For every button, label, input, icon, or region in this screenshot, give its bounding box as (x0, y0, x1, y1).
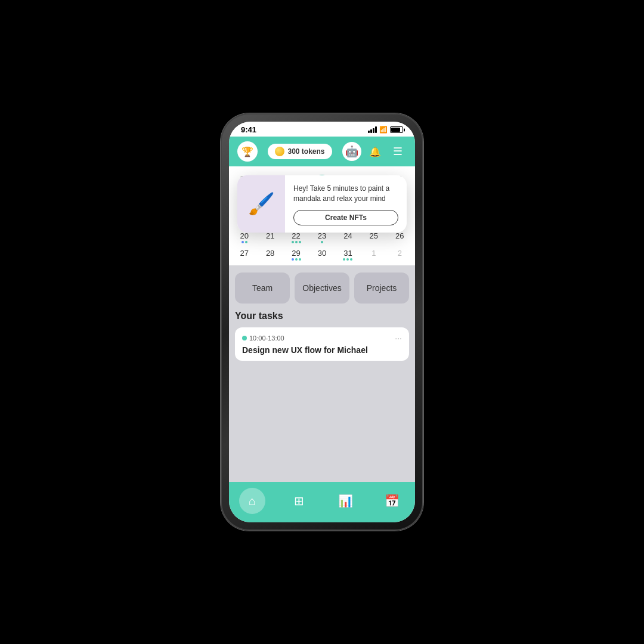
wifi-icon: 📶 (379, 126, 388, 134)
phone-screen: 9:41 📶 🏆 300 tokens (229, 122, 415, 522)
menu-button[interactable]: ☰ (389, 143, 407, 160)
task-time-row: 10:00-13:00 ··· (242, 333, 402, 343)
projects-button[interactable]: Projects (354, 273, 409, 304)
popup-art: 🖌️ (237, 175, 285, 233)
battery-icon (390, 126, 403, 133)
phone-device: 9:41 📶 🏆 300 tokens (221, 113, 423, 531)
cal-cell[interactable]: 28 (257, 246, 283, 263)
cal-cell[interactable]: 30 (309, 246, 335, 263)
logo-icon: 🏆 (242, 146, 253, 157)
task-name: Design new UX flow for Michael (242, 345, 402, 355)
cal-cell[interactable]: 31 (335, 246, 361, 263)
cal-cell[interactable]: 2 (387, 246, 413, 263)
nav-grid[interactable]: ⊞ (286, 488, 312, 514)
header-right: 🤖 🔔 ☰ (342, 142, 407, 161)
dot (245, 241, 247, 243)
task-card-1: 10:00-13:00 ··· Design new UX flow for M… (235, 327, 409, 361)
notification-bell[interactable]: 🔔 (366, 143, 384, 160)
dot (299, 241, 301, 243)
grid-icon: ⊞ (294, 494, 304, 508)
app-header: 🏆 300 tokens 🤖 🔔 ☰ (229, 137, 415, 166)
tasks-section: Your tasks 10:00-13:00 ··· Design new UX… (229, 311, 415, 367)
dot (321, 241, 323, 243)
coin-icon (275, 147, 284, 156)
dot (295, 241, 298, 243)
popup-art-icon: 🖌️ (248, 191, 275, 216)
app-logo[interactable]: 🏆 (237, 141, 258, 162)
cal-cell[interactable]: 1 (361, 246, 386, 263)
task-time: 10:00-13:00 (242, 335, 284, 342)
popup-message: Hey! Take 5 minutes to paint a mandala a… (293, 184, 398, 204)
nav-home[interactable]: ⌂ (239, 488, 265, 514)
dot (242, 241, 244, 243)
cal-cell[interactable]: 29 (283, 246, 309, 263)
chart-icon: 📊 (338, 494, 353, 508)
home-icon: ⌂ (249, 494, 256, 508)
task-time-label: 10:00-13:00 (249, 335, 284, 342)
dot (292, 241, 294, 243)
quick-actions: Team Objectives Projects (229, 265, 415, 311)
popup-content: Hey! Take 5 minutes to paint a mandala a… (285, 175, 407, 233)
tasks-title: Your tasks (235, 311, 409, 321)
token-badge[interactable]: 300 tokens (268, 144, 332, 159)
task-dot (242, 336, 247, 340)
status-time: 9:41 (241, 125, 256, 134)
dot (299, 258, 301, 261)
avatar-emoji: 🤖 (345, 145, 358, 158)
dot (346, 258, 349, 261)
objectives-button[interactable]: Objectives (295, 273, 349, 304)
nav-calendar[interactable]: 📅 (379, 488, 405, 514)
dot (292, 258, 294, 261)
team-button[interactable]: Team (235, 273, 290, 304)
nav-stats[interactable]: 📊 (332, 488, 358, 514)
calendar-icon: 📅 (385, 494, 400, 508)
create-nft-button[interactable]: Create NFTs (293, 210, 398, 225)
task-more-button[interactable]: ··· (395, 333, 402, 343)
cal-row-5: 27 28 29 30 (231, 246, 413, 263)
status-icons: 📶 (368, 126, 403, 134)
dot (350, 258, 352, 261)
token-label: 300 tokens (287, 147, 324, 156)
dot (343, 258, 345, 261)
cal-cell[interactable]: 27 (231, 246, 257, 263)
bottom-nav: ⌂ ⊞ 📊 📅 (229, 482, 415, 522)
notification-popup: 🖌️ Hey! Take 5 minutes to paint a mandal… (237, 175, 407, 233)
user-avatar[interactable]: 🤖 (342, 142, 361, 161)
status-bar: 9:41 📶 (229, 122, 415, 137)
dot (295, 258, 298, 261)
signal-icon (368, 126, 377, 133)
battery-fill (391, 128, 400, 132)
